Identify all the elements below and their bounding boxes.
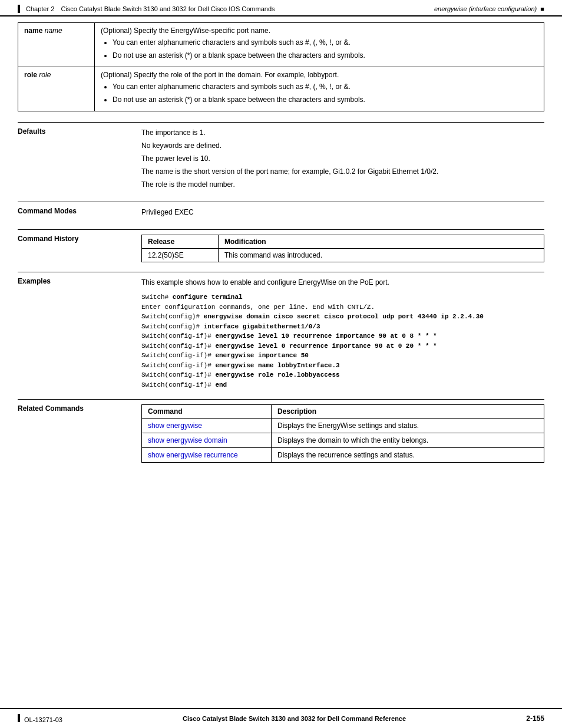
footer-left: OL-13271-03 xyxy=(18,714,62,723)
code-bold: energywise domain cisco secret cisco pro… xyxy=(204,313,484,320)
command-history-content: Release Modification 12.2(50)SE This com… xyxy=(141,229,544,262)
col-modification: Modification xyxy=(219,235,544,249)
defaults-label: Defaults xyxy=(18,122,141,192)
param-bullets: You can enter alphanumeric characters an… xyxy=(113,81,538,105)
command-history-table: Release Modification 12.2(50)SE This com… xyxy=(141,235,544,262)
code-line: Switch(config-if)# energywise inportance… xyxy=(141,352,309,359)
command-history-section: Command History Release Modification 12.… xyxy=(18,229,544,262)
defaults-line-2: The power level is 10. xyxy=(141,153,544,164)
header-right: energywise (interface configuration) ■ xyxy=(434,5,544,12)
chapter-label: Chapter 2 xyxy=(26,5,54,12)
related-commands-content: Command Description show energywise Disp… xyxy=(141,399,544,463)
table-row: show energywise Displays the EnergyWise … xyxy=(142,419,544,433)
related-command-desc: Displays the recurrence settings and sta… xyxy=(272,448,544,463)
examples-intro: This example shows how to enable and con… xyxy=(141,277,544,288)
list-item: Do not use an asterisk (*) or a blank sp… xyxy=(113,50,538,61)
param-italic: role xyxy=(39,71,51,79)
table-row: show energywise domain Displays the doma… xyxy=(142,433,544,448)
param-role-cell: role role xyxy=(18,67,95,111)
code-line: Switch(config-if)# energywise level 10 r… xyxy=(141,332,437,340)
param-italic: name xyxy=(45,27,62,35)
related-command-desc: Displays the domain to which the entity … xyxy=(272,433,544,448)
related-command-link[interactable]: show energywise domain xyxy=(142,433,272,448)
footer-bar-icon xyxy=(18,714,20,722)
list-item: Do not use an asterisk (*) or a blank sp… xyxy=(113,94,538,105)
param-desc-cell: (Optional) Specify the EnergyWise-specif… xyxy=(95,23,544,67)
related-commands-label: Related Commands xyxy=(18,399,141,463)
defaults-line-4: The role is the model number. xyxy=(141,179,544,190)
param-name-cell: name name xyxy=(18,23,95,67)
modification-value: This command was introduced. xyxy=(219,249,544,262)
table-row: Command Description xyxy=(142,405,544,419)
code-line: Switch(config-if)# energywise level 0 re… xyxy=(141,342,437,350)
release-value: 12.2(50)SE xyxy=(142,249,219,262)
related-command-link[interactable]: show energywise xyxy=(142,419,272,433)
defaults-line-3: The name is the short version of the por… xyxy=(141,166,544,177)
code-line: Switch(config-if)# energywise role role.… xyxy=(141,371,340,378)
footer-center: Cisco Catalyst Blade Switch 3130 and 303… xyxy=(62,715,526,722)
related-command-desc: Displays the EnergyWise settings and sta… xyxy=(272,419,544,433)
code-line: Switch(config)# energywise domain cisco … xyxy=(141,313,484,320)
code-bold: end xyxy=(215,381,227,388)
command-history-label: Command History xyxy=(18,229,141,262)
code-bold: energywise inportance 50 xyxy=(215,352,308,359)
code-bold: configure terminal xyxy=(173,294,243,301)
code-bold: energywise name lobbyInterface.3 xyxy=(215,362,339,369)
param-description: (Optional) Specify the role of the port … xyxy=(101,71,339,79)
table-row: role role (Optional) Specify the role of… xyxy=(18,67,544,111)
col-description: Description xyxy=(272,405,544,419)
list-item: You can enter alphanumeric characters an… xyxy=(113,81,538,92)
code-block: Switch# configure terminal Enter configu… xyxy=(141,292,544,390)
header-left: Chapter 2 Cisco Catalyst Blade Switch 31… xyxy=(18,5,275,13)
param-desc-cell: (Optional) Specify the role of the port … xyxy=(95,67,544,111)
code-line: Switch# configure terminal xyxy=(141,294,243,301)
table-row: 12.2(50)SE This command was introduced. xyxy=(142,249,544,262)
code-bold: energywise level 0 recurrence importance… xyxy=(215,342,437,350)
defaults-line-0: The importance is 1. xyxy=(141,127,544,138)
list-item: You can enter alphanumeric characters an… xyxy=(113,37,538,48)
table-row: name name (Optional) Specify the EnergyW… xyxy=(18,23,544,67)
defaults-line-1: No keywords are defined. xyxy=(141,140,544,151)
col-command: Command xyxy=(142,405,272,419)
related-commands-table: Command Description show energywise Disp… xyxy=(141,404,544,463)
table-row: show energywise recurrence Displays the … xyxy=(142,448,544,463)
examples-section: Examples This example shows how to enabl… xyxy=(18,272,544,390)
page: Chapter 2 Cisco Catalyst Blade Switch 31… xyxy=(0,0,562,728)
command-modes-content: Privileged EXEC xyxy=(141,202,544,220)
examples-content: This example shows how to enable and con… xyxy=(141,272,544,390)
header-bar-icon xyxy=(18,5,20,13)
param-label: name xyxy=(24,27,42,35)
related-commands-section: Related Commands Command Description sho… xyxy=(18,399,544,463)
code-line: Switch(config-if)# energywise name lobby… xyxy=(141,362,340,369)
defaults-content: The importance is 1. No keywords are def… xyxy=(141,122,544,192)
examples-label: Examples xyxy=(18,272,141,390)
code-line: Enter configuration commands, one per li… xyxy=(141,304,375,311)
table-row: Release Modification xyxy=(142,235,544,249)
command-modes-value: Privileged EXEC xyxy=(141,207,544,218)
param-description: (Optional) Specify the EnergyWise-specif… xyxy=(101,27,270,35)
page-number: 2-155 xyxy=(526,714,544,723)
col-release: Release xyxy=(142,235,219,249)
header-title: Cisco Catalyst Blade Switch 3130 and 303… xyxy=(61,5,275,12)
command-modes-section: Command Modes Privileged EXEC xyxy=(18,202,544,220)
command-modes-label: Command Modes xyxy=(18,202,141,220)
param-label: role xyxy=(24,71,37,79)
doc-number: OL-13271-03 xyxy=(24,716,62,723)
defaults-section: Defaults The importance is 1. No keyword… xyxy=(18,122,544,192)
main-content: name name (Optional) Specify the EnergyW… xyxy=(0,17,562,508)
header-section: energywise (interface configuration) xyxy=(434,5,537,12)
param-bullets: You can enter alphanumeric characters an… xyxy=(113,37,538,61)
param-table: name name (Optional) Specify the EnergyW… xyxy=(18,22,544,111)
page-footer: OL-13271-03 Cisco Catalyst Blade Switch … xyxy=(0,708,562,728)
page-header: Chapter 2 Cisco Catalyst Blade Switch 31… xyxy=(0,0,562,17)
code-bold: energywise level 10 recurrence importanc… xyxy=(215,332,437,340)
code-line: Switch(config-if)# end xyxy=(141,381,227,388)
related-command-link[interactable]: show energywise recurrence xyxy=(142,448,272,463)
code-bold: interface gigabitethernet1/0/3 xyxy=(204,323,320,330)
code-bold: energywise role role.lobbyaccess xyxy=(215,371,339,378)
footer-title: Cisco Catalyst Blade Switch 3130 and 303… xyxy=(183,715,406,722)
code-line: Switch(config)# interface gigabitetherne… xyxy=(141,323,320,330)
